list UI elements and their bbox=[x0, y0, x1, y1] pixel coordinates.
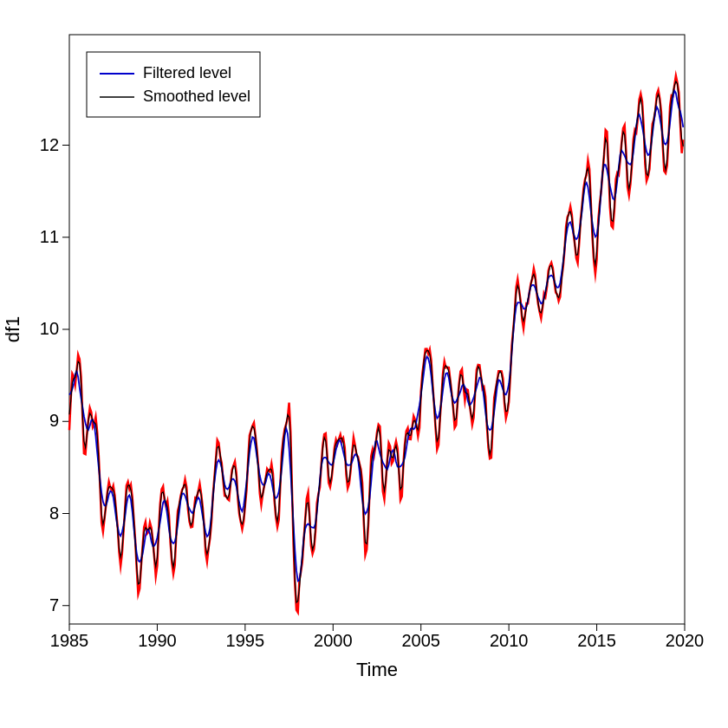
chart-container bbox=[0, 0, 728, 728]
chart-canvas bbox=[0, 0, 728, 728]
